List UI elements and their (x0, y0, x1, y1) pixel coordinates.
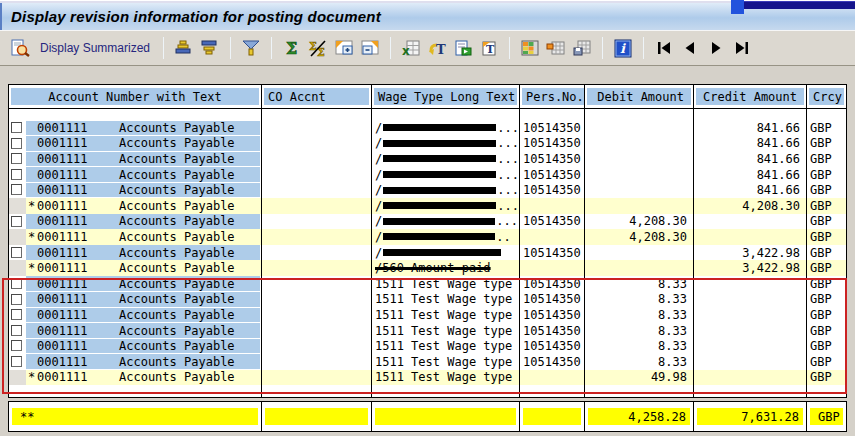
credit-amount-cell (694, 292, 807, 308)
column-header-label: CO Accnt (264, 88, 369, 105)
collapse-icon[interactable] (357, 36, 383, 60)
row-checkbox[interactable] (11, 340, 22, 351)
row-checkbox[interactable] (11, 169, 22, 180)
row-checkbox[interactable] (11, 309, 22, 320)
pers-no-cell (520, 370, 585, 386)
title-bar: Display revision information for posting… (0, 3, 855, 30)
last-page-icon[interactable] (729, 36, 755, 60)
pers-no-cell: 10514350 (520, 136, 585, 152)
row-checkbox[interactable] (11, 153, 22, 164)
word-processing-icon[interactable]: T (424, 36, 450, 60)
table-row: 0001111Accounts Payable1511 Test Wage ty… (9, 323, 846, 339)
wage-type-cell: /... (372, 198, 520, 214)
next-page-icon[interactable] (703, 36, 729, 60)
co-accnt-cell (262, 198, 372, 214)
column-header-co-accnt[interactable]: CO Accnt (262, 85, 372, 108)
expand-icon[interactable] (331, 36, 357, 60)
change-layout-icon[interactable] (543, 36, 569, 60)
row-selector-zone (9, 198, 26, 214)
wage-type-cell: 1511 Test Wage type (372, 276, 520, 292)
svg-text:T: T (436, 42, 446, 57)
row-checkbox[interactable] (11, 294, 22, 305)
column-header-account-number-with-text[interactable]: Account Number with Text (9, 85, 262, 108)
co-accnt-cell (262, 245, 372, 261)
row-checkbox[interactable] (11, 325, 22, 336)
column-header-crcy[interactable]: Crcy (807, 85, 846, 108)
account-band: 0001111Accounts Payable (26, 152, 260, 167)
column-header-wage-type-long-text[interactable]: Wage Type Long Text (372, 85, 520, 108)
account-text: Accounts Payable (119, 355, 235, 369)
co-accnt-cell (262, 292, 372, 308)
column-header-debit-amount[interactable]: Debit Amount (585, 85, 694, 108)
display-summarized-button[interactable]: Display Summarized (40, 41, 150, 55)
currency-cell: GBP (807, 260, 846, 276)
currency-cell: GBP (807, 214, 846, 230)
grand-total-value: 4,258.28 (588, 408, 690, 425)
account-number: 0001111 (37, 214, 119, 228)
table-row: 0001111Accounts Payable/...10514350841.6… (9, 136, 846, 152)
row-checkbox[interactable] (11, 138, 22, 149)
sum-icon[interactable]: Σ (279, 36, 305, 60)
account-text: Accounts Payable (119, 292, 235, 306)
column-header-label: Debit Amount (587, 88, 691, 105)
wage-type-cell: /.. (372, 229, 520, 245)
pers-no-cell (520, 198, 585, 214)
grand-total-wage-cell (372, 402, 520, 431)
account-cell: 0001111Accounts Payable (9, 167, 262, 183)
first-page-icon[interactable] (651, 36, 677, 60)
account-band: *0001111Accounts Payable (26, 230, 260, 245)
row-checkbox[interactable] (11, 122, 22, 133)
co-accnt-cell (262, 276, 372, 292)
credit-amount-cell: 4,208.30 (694, 198, 807, 214)
currency-cell: GBP (807, 229, 846, 245)
choose-layout-icon[interactable] (517, 36, 543, 60)
previous-page-icon[interactable] (677, 36, 703, 60)
credit-amount-cell: 3,422.98 (694, 260, 807, 276)
toolbar-separator (509, 37, 510, 59)
row-checkbox[interactable] (11, 278, 22, 289)
debit-amount-cell (585, 120, 694, 136)
subtotal-icon[interactable]: ΣΣ (305, 36, 331, 60)
row-checkbox[interactable] (11, 216, 22, 227)
toolbar-separator (230, 37, 231, 59)
co-accnt-cell (262, 167, 372, 183)
debit-amount-cell: 8.33 (585, 292, 694, 308)
account-text: Accounts Payable (119, 261, 235, 275)
filter-icon[interactable] (238, 36, 264, 60)
co-accnt-cell (262, 136, 372, 152)
table-row: 0001111Accounts Payable/...105143504,208… (9, 214, 846, 230)
pers-no-cell: 10514350 (520, 182, 585, 198)
co-accnt-cell (262, 214, 372, 230)
pers-no-cell: 10514350 (520, 354, 585, 370)
info-icon[interactable]: i (610, 36, 636, 60)
account-text: Accounts Payable (119, 324, 235, 338)
account-number: 0001111 (37, 168, 119, 182)
local-file-export-icon[interactable] (450, 36, 476, 60)
account-cell: 0001111Accounts Payable (9, 338, 262, 354)
currency-cell: GBP (807, 245, 846, 261)
row-checkbox[interactable] (11, 184, 22, 195)
account-cell: 0001111Accounts Payable (9, 214, 262, 230)
account-number: 0001111 (37, 199, 119, 213)
column-header-credit-amount[interactable]: Credit Amount (694, 85, 807, 108)
column-header-pers-no-[interactable]: Pers.No. (520, 85, 585, 108)
save-layout-icon[interactable] (569, 36, 595, 60)
toolbar-separator (390, 37, 391, 59)
redaction-bar (383, 202, 496, 209)
row-checkbox[interactable] (11, 247, 22, 258)
subtotal-prefix: * (26, 230, 37, 244)
page-title: Display revision information for posting… (2, 8, 381, 25)
sort-descending-icon[interactable] (197, 36, 223, 60)
row-checkbox[interactable] (11, 356, 22, 367)
excel-view-icon[interactable]: x (398, 36, 424, 60)
print-preview-icon[interactable]: T (476, 36, 502, 60)
sort-ascending-icon[interactable] (171, 36, 197, 60)
debit-amount-cell (585, 167, 694, 183)
application-toolbar: Display Summarized Σ ΣΣ x T (0, 30, 855, 66)
table-row: 0001111Accounts Payable/...10514350841.6… (9, 182, 846, 198)
credit-amount-cell (694, 338, 807, 354)
currency-cell: GBP (807, 182, 846, 198)
grand-total-value (523, 408, 581, 425)
pers-no-cell: 10514350 (520, 323, 585, 339)
display-details-icon[interactable] (8, 36, 34, 60)
